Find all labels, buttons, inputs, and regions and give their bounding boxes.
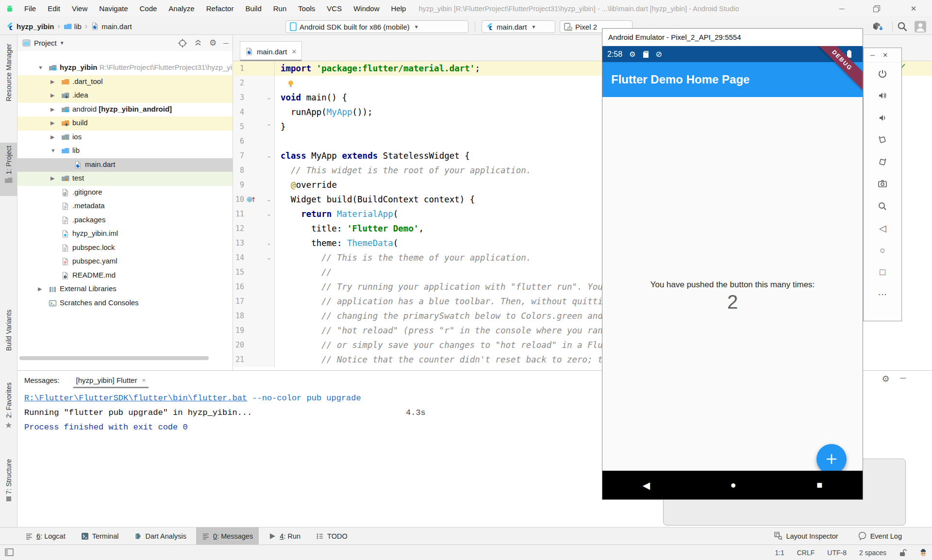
menu-analyze[interactable]: Analyze (163, 0, 200, 17)
menu-edit[interactable]: Edit (42, 0, 66, 17)
fab-increment-button[interactable] (816, 444, 847, 474)
menu-help[interactable]: Help (385, 0, 412, 17)
breadcrumb-project[interactable]: hyzp_yibin (17, 22, 54, 31)
sidebar-item-2-favorites[interactable]: 2: Favorites★ (0, 382, 17, 435)
tree-item--metadata[interactable]: .metadata (17, 199, 233, 214)
collapse-arrow-icon[interactable]: ▶ (50, 175, 54, 181)
emulator-close-button[interactable]: ✕ (882, 51, 888, 59)
emulator-more-button[interactable]: ⋯ (878, 283, 887, 306)
menu-file[interactable]: File (18, 0, 42, 17)
console-output[interactable]: R:\Flutter\FlutterSDK\flutter\bin\flutte… (24, 391, 361, 435)
nav-back-button[interactable]: ◀ (643, 479, 650, 491)
expand-arrow-icon[interactable]: ▼ (38, 65, 43, 70)
menu-navigate[interactable]: Navigate (93, 0, 133, 17)
menu-build[interactable]: Build (239, 0, 267, 17)
fold-marker-icon[interactable]: ⌄ (266, 192, 271, 207)
bottom-tab-dart-analysis[interactable]: Dart Analysis (128, 527, 192, 544)
status-utf-8[interactable]: UTF-8 (827, 549, 847, 557)
collapse-arrow-icon[interactable]: ▶ (50, 120, 54, 126)
status-crlf[interactable]: CRLF (797, 549, 815, 557)
tree-item-lib[interactable]: ▼lib (17, 144, 233, 158)
emulator-home-button[interactable]: ○ (880, 239, 885, 262)
messages-flutter-tab[interactable]: [hyzp_yibin] Flutter × (73, 371, 149, 389)
fold-marker-icon[interactable]: ⌄ (266, 90, 271, 105)
tree-item-android[interactable]: ▶android [hyzp_yibin_android] (17, 103, 233, 117)
console-command-line[interactable]: R:\Flutter\FlutterSDK\flutter\bin\flutte… (24, 391, 361, 406)
tree-item-main-dart[interactable]: main.dart (17, 158, 233, 172)
emulator-power-button[interactable] (878, 63, 887, 85)
fold-marker-icon[interactable]: ⌄ (266, 250, 271, 265)
tree-item--idea[interactable]: ▶.idea (17, 89, 233, 103)
fold-marker-icon[interactable]: ⌄ (266, 236, 271, 250)
collapse-arrow-icon[interactable]: ▶ (50, 106, 54, 113)
unlock-icon[interactable] (899, 549, 907, 557)
override-marker-icon[interactable]: o (247, 196, 255, 203)
tree-item-scratches-and-consoles[interactable]: Scratches and Consoles (17, 296, 233, 311)
fold-marker-icon[interactable]: ⌄ (266, 148, 271, 163)
tree-item--packages[interactable]: .packages (17, 214, 233, 228)
menu-tools[interactable]: Tools (292, 0, 321, 17)
collapse-arrow-icon[interactable]: ▶ (50, 92, 54, 99)
emulator-zoom-button[interactable] (878, 195, 887, 217)
device-selector-dropdown[interactable]: Android SDK built for x86 (mobile) ▼ (285, 20, 468, 33)
hector-inspector-icon[interactable] (919, 549, 927, 557)
emulator-minimize-button[interactable]: ─ (870, 51, 875, 59)
phone-screen[interactable]: 2:58 ⚙ ⊘ Flutter Demo Home Page DEBUG Yo… (602, 46, 863, 499)
menu-view[interactable]: View (66, 0, 93, 17)
tree-item-pubspec-lock[interactable]: pubspec.lock (17, 241, 233, 255)
fold-marker-icon[interactable]: ⌃ (266, 119, 271, 134)
sidebar-item-build-variants[interactable]: Build Variants (0, 310, 17, 374)
settings-gear-icon[interactable]: ⚙ (882, 374, 890, 384)
flutter-bat-link[interactable]: R:\Flutter\FlutterSDK\flutter\bin\flutte… (24, 394, 247, 403)
bottom-tab-layout-inspector[interactable]: Layout Inspector (768, 527, 844, 544)
emulator-back-button[interactable]: ◁ (879, 217, 886, 240)
profile-avatar[interactable] (915, 21, 926, 33)
emulator-title-bar[interactable]: Android Emulator - Pixel_2_API_29:5554 (602, 29, 863, 46)
menu-run[interactable]: Run (267, 0, 293, 17)
tree-item-readme-md[interactable]: README.md (17, 269, 233, 283)
fold-marker-icon[interactable]: ⌄ (266, 207, 271, 221)
emulator-rotate-left-button[interactable] (878, 129, 887, 151)
minimize-window-button[interactable]: ─ (831, 0, 852, 17)
nav-overview-button[interactable]: ■ (816, 479, 822, 491)
emulator-volume-down-button[interactable] (878, 107, 887, 129)
close-icon[interactable]: ✕ (292, 48, 297, 55)
status-1-1[interactable]: 1:1 (775, 549, 784, 557)
emulator-volume-up-button[interactable] (878, 85, 887, 107)
collapse-arrow-icon[interactable]: ▶ (50, 79, 54, 85)
menu-code[interactable]: Code (133, 0, 163, 17)
settings-gear-icon[interactable]: ⚙ (209, 38, 216, 48)
breadcrumb-lib[interactable]: lib (74, 22, 82, 31)
tree-item--gitignore[interactable]: .gitignore (17, 186, 233, 200)
breadcrumb-file[interactable]: main.dart (101, 22, 132, 31)
expand-arrow-icon[interactable]: ▼ (50, 148, 56, 153)
bottom-tab-todo[interactable]: TODO (310, 527, 353, 544)
search-everywhere-button[interactable] (897, 21, 908, 32)
tree-item--dart-tool[interactable]: ▶.dart_tool (17, 75, 233, 89)
nav-home-button[interactable]: ● (731, 479, 736, 491)
tree-item-build[interactable]: ▶build (17, 116, 233, 131)
emulator-rotate-right-button[interactable] (878, 151, 887, 173)
bottom-tab-0-messages[interactable]: 0: Messages (196, 527, 259, 544)
bottom-tab-event-log[interactable]: Event Log (853, 527, 908, 544)
collapse-all-icon[interactable] (194, 39, 202, 48)
sidebar-item-1-project[interactable]: 1: Project (0, 143, 17, 196)
run-config-dropdown[interactable]: main.dart ▼ (482, 20, 555, 33)
sdk-manager-button[interactable] (872, 21, 883, 32)
bottom-tab-terminal[interactable]: Terminal (75, 527, 125, 544)
tree-item-hyzp-yibin[interactable]: ▼hyzp_yibin R:\FlutterProject\FlutterPro… (17, 61, 233, 75)
menu-window[interactable]: Window (348, 0, 385, 17)
toolwindow-toggle-icon[interactable] (5, 548, 14, 556)
bottom-tab-6-logcat[interactable]: 6: Logcat (19, 527, 71, 544)
tree-item-hyzp-yibin-iml[interactable]: hyzp_yibin.iml (17, 227, 233, 241)
close-icon[interactable]: × (142, 377, 146, 384)
tree-item-external-libraries[interactable]: ▶External Libraries (17, 282, 233, 296)
hide-panel-icon[interactable]: ─ (900, 374, 906, 384)
menu-vcs[interactable]: VCS (321, 0, 348, 17)
tab-main-dart[interactable]: main.dart ✕ (240, 41, 302, 61)
emulator-camera-button[interactable] (878, 173, 887, 196)
tree-horizontal-scrollbar[interactable] (19, 356, 209, 360)
locate-file-icon[interactable] (178, 39, 187, 48)
intention-bulb-icon[interactable] (287, 80, 294, 87)
status-2-spaces[interactable]: 2 spaces (859, 549, 886, 557)
